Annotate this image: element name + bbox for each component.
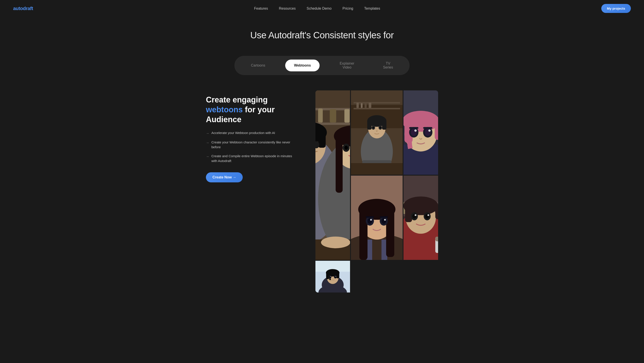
grid-cell-5 bbox=[404, 176, 438, 260]
feature-text-3: Create and Compile entire Webtoon episod… bbox=[212, 154, 298, 164]
nav-features[interactable]: Features bbox=[254, 6, 268, 10]
tabs-wrapper: Cartoons Webtoons Explainer Video TV Ser… bbox=[234, 56, 410, 75]
svg-point-103 bbox=[428, 214, 429, 216]
image-grid bbox=[316, 90, 438, 293]
tabs-container: Cartoons Webtoons Explainer Video TV Ser… bbox=[234, 56, 410, 75]
headline-part1: Create engaging bbox=[206, 95, 268, 104]
svg-rect-66 bbox=[409, 127, 418, 129]
nav-templates[interactable]: Templates bbox=[364, 6, 380, 10]
tab-tv-series[interactable]: TV Series bbox=[374, 57, 402, 73]
svg-point-80 bbox=[381, 218, 386, 224]
tab-explainer-video[interactable]: Explainer Video bbox=[331, 57, 363, 73]
content-text: Create engaging webtoons for yourAudienc… bbox=[206, 90, 298, 182]
features-list: → Accelerate your Webtoon production wit… bbox=[206, 130, 298, 164]
svg-rect-5 bbox=[361, 103, 362, 108]
svg-rect-6 bbox=[364, 103, 366, 108]
svg-point-16 bbox=[380, 127, 381, 128]
grid-cell-3 bbox=[404, 90, 438, 175]
svg-rect-4 bbox=[356, 103, 359, 108]
svg-point-120 bbox=[335, 276, 336, 277]
svg-point-82 bbox=[384, 219, 386, 221]
arrow-icon-3: → bbox=[206, 154, 209, 159]
svg-rect-83 bbox=[366, 216, 374, 218]
content-headline: Create engaging webtoons for yourAudienc… bbox=[206, 95, 298, 124]
logo-auto: auto bbox=[13, 6, 23, 11]
svg-rect-113 bbox=[326, 272, 329, 279]
hero-section: Use Autodraft's Consistent styles for bbox=[0, 17, 644, 49]
svg-point-81 bbox=[370, 219, 372, 221]
arrow-icon-2: → bbox=[206, 140, 209, 145]
nav-pricing[interactable]: Pricing bbox=[342, 6, 353, 10]
svg-rect-29 bbox=[330, 109, 336, 122]
svg-rect-2 bbox=[354, 102, 400, 104]
grid-cell-1 bbox=[351, 90, 403, 175]
grid-cell-6 bbox=[316, 261, 350, 293]
nav-resources[interactable]: Resources bbox=[279, 6, 296, 10]
svg-rect-105 bbox=[436, 237, 438, 241]
svg-rect-59 bbox=[435, 119, 438, 140]
svg-rect-76 bbox=[386, 208, 394, 257]
feature-text-1: Accelerate your Webtoon production with … bbox=[212, 130, 275, 135]
tab-cartoons[interactable]: Cartoons bbox=[242, 59, 274, 71]
svg-rect-84 bbox=[380, 216, 388, 218]
headline-highlight: webtoons bbox=[206, 105, 243, 114]
nav-schedule-demo[interactable]: Schedule Demo bbox=[307, 6, 332, 10]
svg-rect-30 bbox=[344, 109, 350, 122]
svg-rect-67 bbox=[423, 127, 432, 129]
svg-rect-11 bbox=[367, 119, 372, 130]
svg-point-79 bbox=[367, 218, 372, 224]
feature-text-2: Create your Webtoon character consistent… bbox=[212, 140, 298, 150]
feature-item-1: → Accelerate your Webtoon production wit… bbox=[206, 130, 298, 136]
grid-cell-4 bbox=[351, 176, 403, 260]
feature-item-2: → Create your Webtoon character consiste… bbox=[206, 140, 298, 150]
svg-rect-12 bbox=[382, 119, 386, 130]
hero-headline: Use Autodraft's Consistent styles for bbox=[4, 30, 640, 40]
svg-point-52 bbox=[321, 236, 350, 248]
svg-rect-28 bbox=[318, 109, 323, 123]
logo[interactable]: autodraft bbox=[13, 6, 33, 11]
svg-point-102 bbox=[415, 214, 416, 216]
logo-draft: draft bbox=[23, 6, 33, 11]
svg-point-49 bbox=[344, 146, 348, 150]
my-projects-button[interactable]: My projects bbox=[601, 4, 631, 13]
svg-rect-97 bbox=[436, 205, 438, 219]
svg-rect-75 bbox=[359, 208, 367, 260]
content-section: Create engaging webtoons for yourAudienc… bbox=[180, 82, 464, 306]
svg-point-15 bbox=[372, 127, 374, 128]
svg-rect-3 bbox=[354, 108, 400, 109]
svg-rect-96 bbox=[405, 205, 412, 222]
svg-point-65 bbox=[428, 129, 431, 132]
svg-rect-114 bbox=[336, 272, 339, 278]
navbar: autodraft Features Resources Schedule De… bbox=[0, 0, 644, 17]
tab-webtoons[interactable]: Webtoons bbox=[285, 59, 320, 71]
create-now-button[interactable]: Create Now → bbox=[206, 172, 243, 182]
svg-rect-45 bbox=[336, 134, 342, 193]
arrow-icon-1: → bbox=[206, 131, 209, 136]
svg-point-119 bbox=[330, 276, 331, 277]
svg-point-64 bbox=[414, 129, 417, 132]
grid-cell-2 bbox=[316, 90, 350, 260]
feature-item-3: → Create and Compile entire Webtoon epis… bbox=[206, 154, 298, 164]
nav-links: Features Resources Schedule Demo Pricing… bbox=[254, 6, 380, 10]
svg-rect-7 bbox=[369, 103, 371, 108]
svg-rect-18 bbox=[351, 163, 403, 175]
